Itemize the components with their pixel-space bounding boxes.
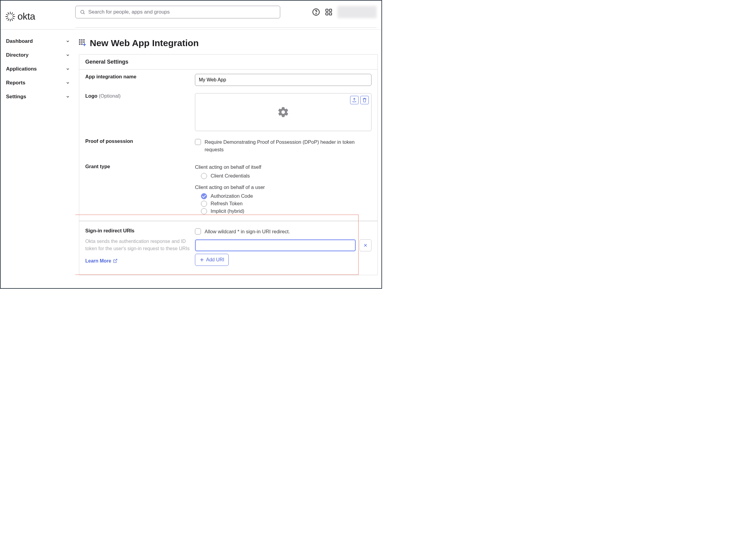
svg-rect-0: [10, 12, 10, 14]
page-title: New Web App Integration: [79, 38, 378, 48]
sidebar-item-label: Applications: [6, 66, 37, 72]
authorization-code-label: Authorization Code: [210, 193, 253, 199]
svg-rect-8: [6, 18, 8, 19]
svg-rect-6: [10, 19, 10, 21]
svg-rect-22: [83, 39, 85, 41]
refresh-token-checkbox[interactable]: [201, 201, 207, 207]
remove-uri-button[interactable]: [360, 239, 372, 251]
allow-wildcard-label: Allow wildcard * in sign-in URI redirect…: [205, 228, 290, 235]
sidebar-item-applications[interactable]: Applications: [5, 62, 71, 76]
svg-rect-19: [329, 13, 332, 15]
gear-icon: [277, 106, 289, 118]
learn-more-link[interactable]: Learn More: [85, 258, 117, 264]
chevron-down-icon: [66, 95, 70, 99]
grant-self-heading: Client acting on behalf of itself: [195, 164, 372, 170]
chevron-down-icon: [66, 67, 70, 71]
svg-rect-20: [79, 39, 81, 41]
okta-logo[interactable]: okta: [5, 11, 35, 22]
svg-rect-7: [7, 18, 9, 21]
svg-rect-11: [7, 12, 9, 15]
allow-wildcard-checkbox[interactable]: [195, 228, 201, 234]
client-credentials-label: Client Credentials: [210, 173, 250, 179]
svg-rect-25: [83, 41, 85, 43]
logo-area: okta: [5, 11, 75, 22]
header-right: [75, 6, 377, 28]
delete-logo-button[interactable]: [360, 96, 369, 104]
signin-redirect-uri-input[interactable]: [195, 239, 356, 251]
pop-label: Proof of possession: [85, 138, 195, 144]
implicit-hybrid-label: Implicit (hybrid): [210, 208, 245, 214]
svg-point-12: [81, 10, 84, 13]
sidebar-item-settings[interactable]: Settings: [5, 90, 71, 104]
svg-rect-27: [81, 44, 83, 45]
close-icon: [363, 243, 368, 248]
sidebar: Dashboard Directory Applications Reports…: [1, 29, 75, 288]
sidebar-item-directory[interactable]: Directory: [5, 48, 71, 62]
svg-point-30: [282, 111, 284, 113]
sidebar-item-label: Settings: [6, 94, 26, 100]
dpop-label: Require Demonstrating Proof of Possessio…: [205, 138, 372, 153]
add-uri-button[interactable]: Add URI: [195, 254, 229, 266]
search-field[interactable]: [88, 9, 276, 15]
user-menu[interactable]: [338, 6, 377, 18]
search-input[interactable]: [75, 6, 280, 18]
signin-redirect-desc: Okta sends the authentication response a…: [85, 238, 195, 252]
logo-label: Logo (Optional): [85, 93, 195, 99]
sidebar-item-label: Reports: [6, 80, 25, 86]
main-content: New Web App Integration General Settings…: [75, 30, 381, 288]
sidebar-item-label: Directory: [6, 52, 29, 58]
page-title-text: New Web App Integration: [90, 38, 199, 48]
svg-point-15: [316, 13, 316, 14]
svg-rect-18: [326, 13, 328, 15]
okta-aperture-icon: [5, 12, 15, 21]
sidebar-item-reports[interactable]: Reports: [5, 76, 71, 90]
apps-grid-icon[interactable]: [325, 8, 333, 16]
panel-header: General Settings: [79, 55, 377, 69]
refresh-token-label: Refresh Token: [210, 201, 242, 206]
chevron-down-icon: [66, 53, 70, 57]
client-credentials-checkbox[interactable]: [201, 173, 207, 179]
svg-rect-9: [5, 16, 8, 17]
signin-redirect-label: Sign-in redirect URIs: [85, 228, 195, 233]
svg-rect-26: [79, 44, 81, 45]
svg-rect-17: [329, 9, 332, 11]
app-name-input[interactable]: [195, 74, 372, 86]
chevron-down-icon: [66, 39, 70, 44]
sidebar-item-label: Dashboard: [6, 38, 33, 44]
logo-upload[interactable]: [195, 93, 372, 131]
svg-line-13: [83, 13, 84, 14]
svg-rect-4: [12, 18, 15, 19]
upload-logo-button[interactable]: [350, 96, 358, 104]
implicit-hybrid-checkbox[interactable]: [201, 208, 207, 214]
app-name-label: App integration name: [85, 74, 195, 80]
svg-rect-10: [6, 14, 8, 16]
svg-rect-5: [11, 18, 13, 21]
grant-type-label: Grant type: [85, 164, 195, 169]
dpop-checkbox[interactable]: [195, 139, 201, 145]
external-link-icon: [113, 259, 117, 263]
grant-user-heading: Client acting on behalf of a user: [195, 185, 372, 190]
brand-text: okta: [18, 11, 35, 22]
trash-icon: [362, 97, 367, 103]
svg-rect-24: [81, 41, 83, 43]
svg-rect-2: [12, 14, 15, 16]
svg-rect-1: [11, 12, 13, 15]
authorization-code-checkbox[interactable]: [201, 193, 207, 199]
search-icon: [80, 9, 85, 15]
upload-icon: [352, 97, 357, 103]
svg-rect-21: [81, 39, 83, 41]
settings-panel: General Settings App integration name Lo…: [79, 54, 378, 275]
help-icon[interactable]: [312, 8, 320, 16]
chevron-down-icon: [66, 81, 70, 85]
plus-icon: [199, 257, 204, 262]
svg-rect-23: [79, 41, 81, 43]
sidebar-item-dashboard[interactable]: Dashboard: [5, 34, 71, 48]
svg-rect-3: [13, 16, 15, 17]
app-integration-icon: [79, 39, 87, 47]
header: okta: [1, 1, 381, 30]
svg-rect-16: [326, 9, 328, 11]
